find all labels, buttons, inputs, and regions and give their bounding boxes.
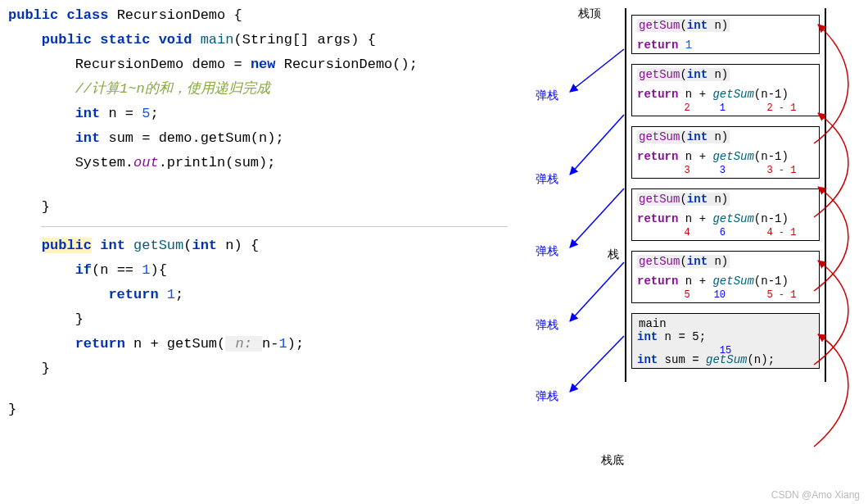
stack-frame-main: main int n = 5; 15 int sum = getSum(n);	[631, 313, 820, 369]
code-line: public static void main(String[] args) {	[8, 28, 508, 52]
code-panel: public class RecursionDemo { public stat…	[0, 0, 508, 422]
code-line: return 1;	[8, 283, 508, 307]
pop-label: 弹栈	[536, 172, 558, 187]
code-line: if(n == 1){	[8, 258, 508, 283]
code-line: RecursionDemo demo = new RecursionDemo()…	[8, 52, 508, 77]
code-line: public int getSum(int n) {	[8, 234, 508, 258]
stack-frame: getSum(int n) return 1	[631, 15, 820, 54]
code-line: System.out.println(sum);	[8, 151, 508, 175]
code-line: }	[8, 356, 508, 381]
pop-arrow	[570, 262, 624, 321]
pop-label: 弹栈	[536, 318, 558, 333]
code-line: int n = 5;	[8, 102, 508, 126]
stack-panel: 栈顶 栈底 栈 弹栈 弹栈 弹栈 弹栈 弹栈 getSum(int n) ret…	[519, 0, 863, 504]
pop-label: 弹栈	[536, 244, 558, 259]
pop-arrow	[570, 49, 624, 92]
stack-container: getSum(int n) return 1 getSum(int n) ret…	[625, 8, 826, 382]
code-line: //计算1~n的和，使用递归完成	[8, 77, 508, 102]
stack-mid-label: 栈	[608, 247, 619, 262]
stack-frame: getSum(int n) return n + getSum(n-1) 4 6…	[631, 188, 820, 241]
pop-label: 弹栈	[536, 389, 558, 404]
pop-arrow	[570, 336, 624, 392]
pop-arrow	[570, 115, 624, 175]
code-line: return n + getSum( n: n-1);	[8, 332, 508, 356]
stack-frame: getSum(int n) return n + getSum(n-1) 2 1…	[631, 64, 820, 116]
stack-frame: getSum(int n) return n + getSum(n-1) 5 1…	[631, 251, 820, 303]
code-line: }	[8, 307, 508, 332]
code-line: }	[8, 397, 508, 422]
stack-bottom-label: 栈底	[601, 453, 624, 468]
watermark: CSDN @Amo Xiang	[771, 489, 860, 501]
code-line	[8, 175, 508, 195]
code-line: public class RecursionDemo {	[8, 3, 508, 28]
stack-frame: getSum(int n) return n + getSum(n-1) 3 3…	[631, 126, 820, 179]
code-line: }	[8, 195, 508, 220]
pop-arrow	[570, 188, 624, 247]
divider	[41, 226, 508, 227]
code-line: int sum = demo.getSum(n);	[8, 126, 508, 151]
code-line	[8, 381, 508, 397]
pop-label: 弹栈	[536, 89, 558, 103]
stack-top-label: 栈顶	[578, 7, 601, 21]
